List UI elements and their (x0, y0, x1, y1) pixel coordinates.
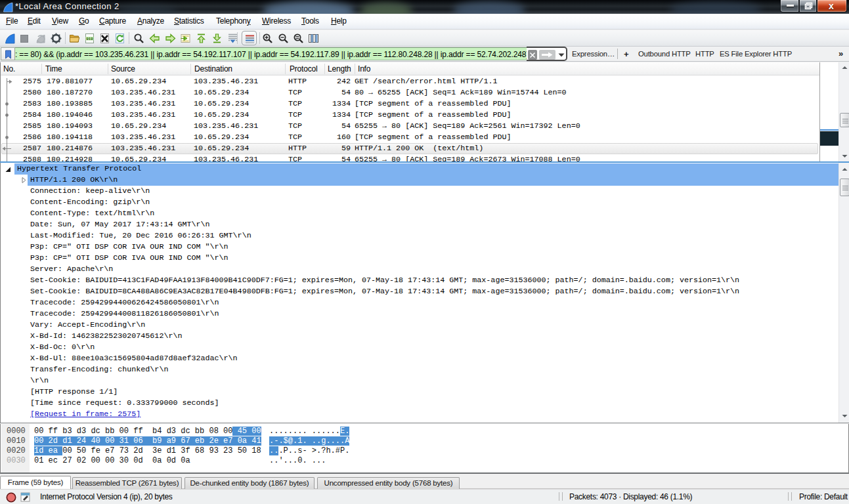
svg-text:010: 010 (87, 37, 93, 41)
